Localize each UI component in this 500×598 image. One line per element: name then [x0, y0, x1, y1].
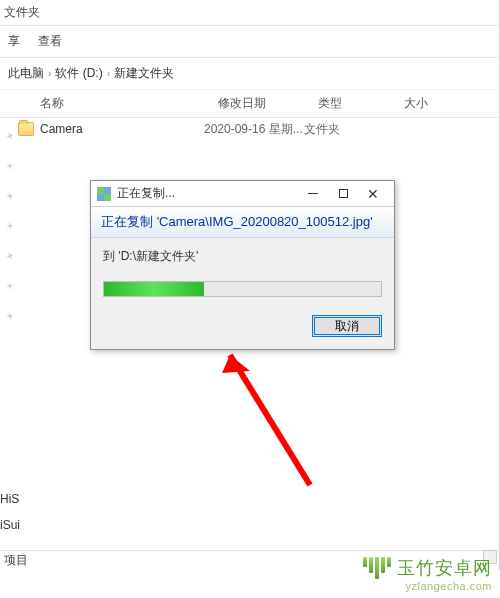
- pin-icon: [5, 251, 15, 261]
- col-size[interactable]: 大小: [396, 95, 456, 112]
- progress-fill: [104, 282, 204, 296]
- pin-icon: [5, 191, 15, 201]
- side-label-b[interactable]: iSui: [0, 512, 20, 538]
- ribbon-title: 文件夹: [0, 4, 40, 21]
- side-label-a[interactable]: HiS: [0, 486, 20, 512]
- maximize-button[interactable]: [328, 184, 358, 204]
- quick-access-pins: [6, 132, 14, 320]
- table-row[interactable]: Camera 2020-09-16 星期... 文件夹: [0, 118, 500, 140]
- dialog-title: 正在复制...: [117, 185, 298, 202]
- crumb-root[interactable]: 此电脑: [8, 65, 44, 82]
- col-name[interactable]: 名称: [0, 95, 210, 112]
- minimize-icon: [308, 193, 318, 194]
- crumb-folder[interactable]: 新建文件夹: [114, 65, 174, 82]
- tab-share[interactable]: 享: [8, 33, 20, 50]
- maximize-icon: [339, 189, 348, 198]
- sidebar-labels: HiS iSui: [0, 486, 20, 538]
- tab-view[interactable]: 查看: [38, 33, 62, 50]
- app-icon: [97, 187, 111, 201]
- col-date[interactable]: 修改日期: [210, 95, 310, 112]
- col-type[interactable]: 类型: [310, 95, 396, 112]
- folder-icon: [18, 122, 34, 136]
- file-date: 2020-09-16 星期...: [204, 121, 304, 138]
- cancel-button[interactable]: 取消: [312, 315, 382, 337]
- pin-icon: [5, 131, 15, 141]
- breadcrumb[interactable]: 此电脑 › 软件 (D:) › 新建文件夹: [0, 58, 500, 90]
- progress-bar: [103, 281, 382, 297]
- chevron-right-icon: ›: [48, 68, 51, 79]
- watermark-brand: 玉竹安卓网: [397, 556, 492, 580]
- watermark-url: yzlangecha.com: [363, 580, 492, 592]
- file-name: Camera: [40, 122, 204, 136]
- annotation-arrow: [160, 335, 320, 495]
- crumb-drive[interactable]: 软件 (D:): [55, 65, 102, 82]
- dialog-titlebar[interactable]: 正在复制... ✕: [91, 181, 394, 207]
- copy-header-prefix: 正在复制: [101, 214, 157, 229]
- ribbon-top: 文件夹: [0, 0, 500, 26]
- file-type: 文件夹: [304, 121, 390, 138]
- status-items: 项目: [4, 552, 28, 569]
- copy-header: 正在复制 'Camera\IMG_20200820_100512.jpg': [91, 207, 394, 238]
- copy-dialog: 正在复制... ✕ 正在复制 'Camera\IMG_20200820_1005…: [90, 180, 395, 350]
- pin-icon: [5, 311, 15, 321]
- copy-header-file: 'Camera\IMG_20200820_100512.jpg': [157, 214, 373, 229]
- minimize-button[interactable]: [298, 184, 328, 204]
- chevron-right-icon: ›: [107, 68, 110, 79]
- svg-marker-0: [222, 355, 250, 373]
- dialog-body: 正在复制 'Camera\IMG_20200820_100512.jpg' 到 …: [91, 207, 394, 349]
- pin-icon: [5, 221, 15, 231]
- pin-icon: [5, 161, 15, 171]
- column-headers: 名称 修改日期 类型 大小: [0, 90, 500, 118]
- copy-destination: 到 'D:\新建文件夹': [103, 248, 382, 265]
- watermark-icon: [363, 557, 391, 579]
- close-icon: ✕: [367, 187, 379, 201]
- ribbon-tabs: 享 查看: [0, 26, 500, 58]
- file-list: Camera 2020-09-16 星期... 文件夹: [0, 118, 500, 140]
- pin-icon: [5, 281, 15, 291]
- close-button[interactable]: ✕: [358, 184, 388, 204]
- watermark: 玉竹安卓网 yzlangecha.com: [363, 556, 492, 592]
